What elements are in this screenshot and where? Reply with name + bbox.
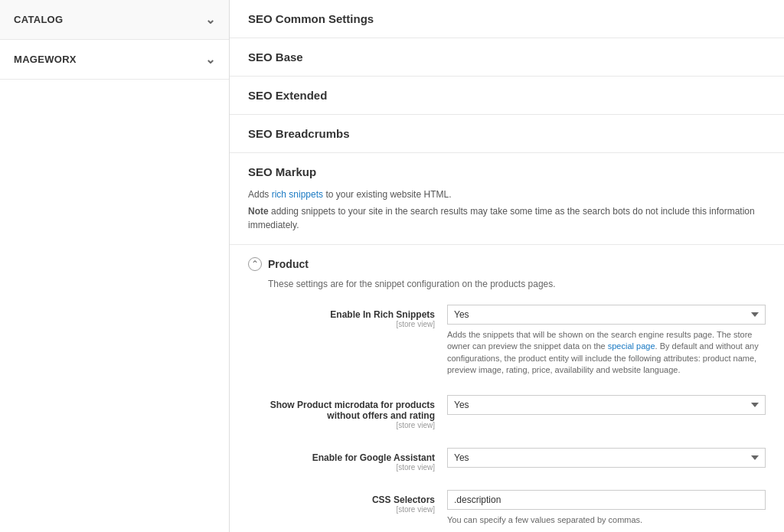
css-selectors-hint: You can specify a few values separated b… — [447, 514, 766, 526]
css-selectors-input[interactable] — [447, 490, 766, 510]
product-microdata-scope: [store view] — [248, 421, 435, 429]
google-assistant-select[interactable]: Yes No — [447, 448, 766, 468]
seo-markup-desc-suffix: to your existing website HTML. — [323, 189, 451, 200]
enable-rich-snippets-select[interactable]: Yes No — [447, 305, 766, 325]
sidebar-item-catalog[interactable]: CATALOG ⌄ — [0, 0, 229, 40]
section-seo-common-label: SEO Common Settings — [248, 12, 374, 25]
sidebar-mageworx-label: MAGEWORX — [14, 54, 77, 65]
seo-markup-title: SEO Markup — [248, 165, 766, 178]
form-label-col-google-assistant: Enable for Google Assistant [store view] — [248, 448, 447, 472]
product-title: Product — [268, 258, 309, 270]
section-seo-extended-label: SEO Extended — [248, 89, 327, 102]
form-control-col-enable-rich-snippets: Yes No Adds the snippets that will be sh… — [447, 305, 766, 377]
form-control-col-css-selectors: You can specify a few values separated b… — [447, 490, 766, 526]
product-description: These settings are for the snippet confi… — [248, 279, 766, 289]
product-microdata-select[interactable]: Yes No — [447, 395, 766, 415]
google-assistant-scope: [store view] — [248, 463, 435, 472]
section-seo-breadcrumbs-label: SEO Breadcrumbs — [248, 127, 350, 140]
form-control-col-google-assistant: Yes No — [447, 448, 766, 468]
main-content: SEO Common Settings SEO Base SEO Extende… — [230, 0, 784, 532]
form-control-col-product-microdata: Yes No — [447, 395, 766, 415]
section-seo-markup: SEO Markup Adds rich snippets to your ex… — [230, 153, 784, 245]
form-label-col-product-microdata: Show Product microdata for products with… — [248, 395, 447, 429]
form-section: Enable In Rich Snippets [store view] Yes… — [230, 305, 784, 532]
seo-markup-desc-prefix: Adds — [248, 189, 272, 200]
form-row-enable-rich-snippets: Enable In Rich Snippets [store view] Yes… — [248, 305, 766, 383]
form-label-col-css-selectors: CSS Selectors [store view] — [248, 490, 447, 514]
seo-markup-description: Adds rich snippets to your existing webs… — [248, 188, 766, 201]
product-section: ⌃ Product These settings are for the sni… — [230, 245, 784, 289]
section-seo-extended[interactable]: SEO Extended — [230, 77, 784, 115]
sidebar-catalog-label: CATALOG — [14, 14, 63, 25]
form-row-google-assistant: Enable for Google Assistant [store view]… — [248, 448, 766, 478]
section-seo-common[interactable]: SEO Common Settings — [230, 0, 784, 38]
collapse-icon[interactable]: ⌃ — [248, 257, 262, 271]
chevron-down-icon: ⌄ — [205, 12, 215, 27]
sidebar-catalog-header[interactable]: CATALOG ⌄ — [0, 0, 229, 39]
sidebar-item-mageworx[interactable]: MAGEWORX ⌄ — [0, 40, 229, 80]
section-seo-base[interactable]: SEO Base — [230, 38, 784, 77]
section-seo-breadcrumbs[interactable]: SEO Breadcrumbs — [230, 115, 784, 153]
seo-markup-note: Note adding snippets to your site in the… — [248, 204, 766, 232]
rich-snippets-link[interactable]: rich snippets — [272, 189, 323, 200]
enable-rich-snippets-label: Enable In Rich Snippets — [248, 309, 435, 320]
special-page-link[interactable]: special page — [608, 341, 655, 351]
css-selectors-scope: [store view] — [248, 505, 435, 514]
section-seo-base-label: SEO Base — [248, 51, 303, 64]
form-row-product-microdata: Show Product microdata for products with… — [248, 395, 766, 436]
note-label: Note — [248, 206, 269, 217]
css-selectors-label: CSS Selectors — [248, 494, 435, 505]
form-label-col-enable-rich-snippets: Enable In Rich Snippets [store view] — [248, 305, 447, 328]
enable-rich-snippets-hint: Adds the snippets that will be shown on … — [447, 329, 766, 377]
product-title-row: ⌃ Product — [248, 257, 766, 271]
google-assistant-label: Enable for Google Assistant — [248, 452, 435, 463]
enable-rich-snippets-scope: [store view] — [248, 320, 435, 328]
sidebar-mageworx-header[interactable]: MAGEWORX ⌄ — [0, 40, 229, 79]
chevron-down-icon: ⌄ — [205, 52, 215, 67]
product-microdata-label: Show Product microdata for products with… — [248, 400, 435, 421]
note-text: adding snippets to your site in the sear… — [248, 206, 755, 230]
form-row-css-selectors: CSS Selectors [store view] You can speci… — [248, 490, 766, 532]
sidebar: CATALOG ⌄ MAGEWORX ⌄ — [0, 0, 230, 532]
